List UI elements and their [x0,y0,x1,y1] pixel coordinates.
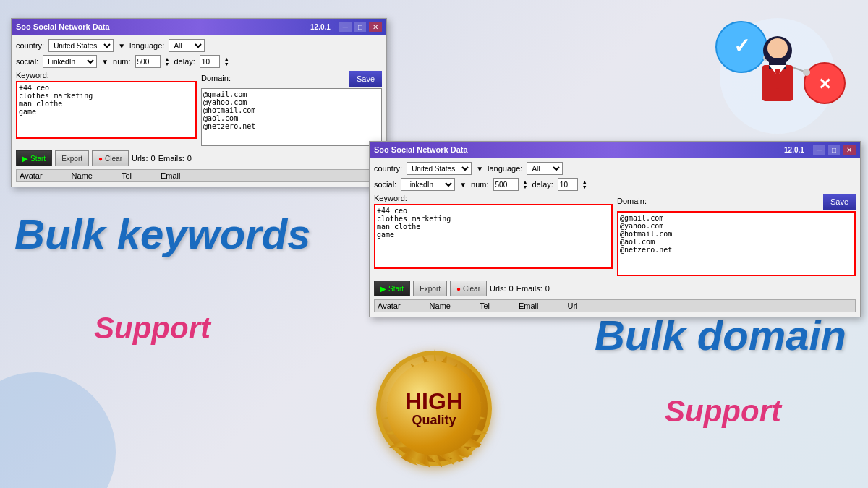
w2-emails-label: Emails: [516,284,542,293]
domain-label: Domain: [201,74,231,82]
w2-delay-label: delay: [532,180,553,189]
window-1-titlebar: Soo Social Network Data 12.0.1 ─ □ ✕ [12,19,386,35]
window-2-action-row: ▶ Start Export ● Clear Urls: 0 Emails: 0 [374,281,856,296]
urls-label: Urls: [132,154,148,163]
window-1-form-row-2: social: LinkedIn ▼ num: ▲▼ delay: ▲▼ [16,55,382,68]
w2-start-icon: ▶ [380,285,386,293]
window-2-maximize-button[interactable]: □ [828,145,840,155]
country-arrow-icon: ▼ [118,42,125,50]
keyword-label: Keyword: [16,71,197,80]
gold-medal: HIGH Quality [376,351,492,466]
w2-delay-input[interactable] [558,178,578,191]
w2-col-avatar: Avatar [378,301,401,310]
col-name: Name [72,171,93,180]
keyword-textarea[interactable] [16,81,197,139]
window-2-title: Soo Social Network Data [374,145,468,154]
w2-num-spinner[interactable]: ▲▼ [523,179,528,189]
start-button[interactable]: ▶ Start [16,150,52,166]
emails-count: 0 [187,154,192,163]
window-2-title-text: Soo Social Network Data [374,145,468,154]
language-select[interactable]: All [169,39,205,52]
w2-urls-count: 0 [509,284,514,293]
w2-num-label: num: [471,180,488,189]
window-1-close-button[interactable]: ✕ [369,22,382,32]
window-1-action-row: ▶ Start Export ● Clear Urls: 0 Emails: 0 [16,150,382,166]
svg-text:✕: ✕ [818,75,831,93]
window-2-form-row-2: social: LinkedIn ▼ num: ▲▼ delay: ▲▼ [374,178,856,191]
w2-emails-count: 0 [545,284,550,293]
start-icon: ▶ [22,155,28,163]
country-select[interactable]: United States [48,39,114,52]
window-2-close-button[interactable]: ✕ [843,145,856,155]
export-button[interactable]: Export [55,150,89,166]
w2-start-button[interactable]: ▶ Start [374,281,410,296]
svg-point-7 [803,69,810,76]
col-avatar: Avatar [20,171,43,180]
social-label: social: [16,57,38,66]
window-1-domain-section: Domain: Save [201,71,382,147]
window-1-table-header: Avatar Name Tel Email [16,169,382,182]
w2-domain-textarea[interactable] [617,211,856,276]
bulk-domain-text: Bulk domain [595,311,846,359]
num-spinner[interactable]: ▲▼ [165,56,170,67]
social-select[interactable]: LinkedIn [43,55,97,68]
w2-col-email: Email [519,301,539,310]
country-label: country: [16,41,44,50]
window-2-content: country: United States ▼ language: All s… [370,158,860,317]
window-1-minimize-button[interactable]: ─ [339,22,352,32]
clear-button[interactable]: ● Clear [92,150,129,166]
window-2-keyword-section: Keyword: [374,194,613,278]
w2-col-name: Name [430,301,451,310]
w2-num-input[interactable] [493,178,519,191]
w2-keyword-textarea[interactable] [374,204,613,269]
window-1-kw-domain-row: Keyword: Domain: Save [16,71,382,147]
w2-delay-spinner[interactable]: ▲▼ [582,179,587,189]
col-email: Email [161,171,181,180]
window-1-keyword-section: Keyword: [16,71,197,147]
w2-col-url: Url [568,301,578,310]
w2-domain-header: Domain: Save [617,194,856,210]
window-1-form-row-1: country: United States ▼ language: All [16,39,382,52]
w2-clear-icon: ● [456,285,461,293]
window-1-content: country: United States ▼ language: All s… [12,35,386,187]
svg-text:✓: ✓ [733,35,750,57]
w2-country-label: country: [374,164,402,173]
delay-input[interactable] [200,55,220,68]
w2-social-label: social: [374,180,396,189]
window-2-titlebar: Soo Social Network Data 12.0.1 ─ □ ✕ [370,142,860,158]
w2-clear-button[interactable]: ● Clear [450,281,487,296]
clear-icon: ● [98,155,103,163]
window-1: Soo Social Network Data 12.0.1 ─ □ ✕ cou… [11,18,387,187]
delay-spinner[interactable]: ▲▼ [224,56,229,67]
window-1-title: Soo Social Network Data [16,22,110,31]
medal-high-text: HIGH [405,390,463,413]
clear-label: Clear [105,155,122,163]
window-2-table-header: Avatar Name Tel Email Url [374,299,856,312]
start-label: Start [30,155,46,163]
w2-export-button[interactable]: Export [413,281,447,296]
w2-col-tel: Tel [480,301,490,310]
w2-language-select[interactable]: All [527,162,563,175]
w2-domain-label: Domain: [617,197,647,205]
num-input[interactable] [135,55,161,68]
window-1-version: 12.0.1 [310,23,331,31]
num-label: num: [113,57,130,66]
w2-save-button[interactable]: Save [823,194,856,210]
medal-inner: HIGH Quality [387,361,481,455]
save-button[interactable]: Save [349,71,382,87]
w2-country-select[interactable]: United States [407,162,472,175]
window-2-minimize-button[interactable]: ─ [813,145,825,155]
domain-textarea[interactable] [201,88,382,146]
medal-quality-text: Quality [412,413,456,428]
urls-count: 0 [151,154,156,163]
emails-label: Emails: [158,154,184,163]
window-2-kw-domain-row: Keyword: Domain: Save [374,194,856,278]
window-2-form-row-1: country: United States ▼ language: All [374,162,856,175]
window-2-domain-section: Domain: Save [617,194,856,278]
w2-social-arrow-icon: ▼ [459,181,467,189]
col-tel: Tel [122,171,132,180]
svg-point-11 [767,38,788,59]
window-1-maximize-button[interactable]: □ [354,22,366,32]
window-1-title-text: Soo Social Network Data [16,22,110,31]
w2-social-select[interactable]: LinkedIn [401,178,455,191]
